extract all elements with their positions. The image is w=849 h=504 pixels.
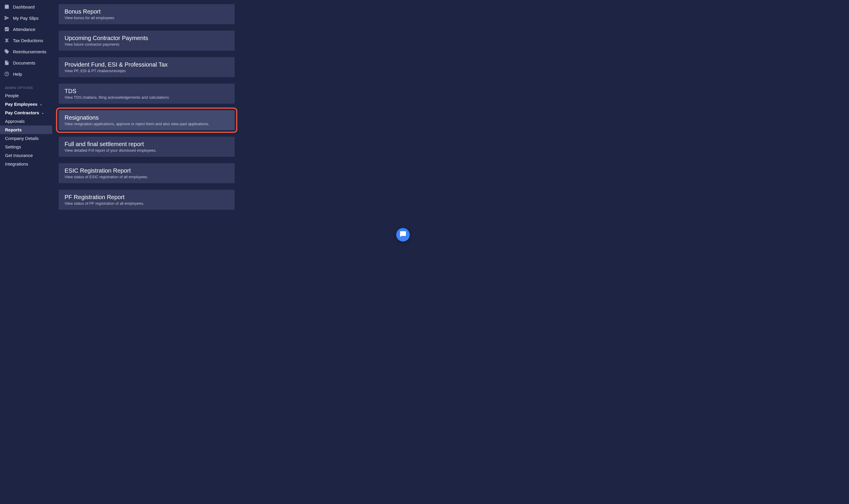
chevron-down-icon xyxy=(39,103,43,106)
nav-help[interactable]: Help xyxy=(0,68,52,79)
admin-label: People xyxy=(5,93,19,98)
admin-label: Settings xyxy=(5,144,21,149)
nav-label: Dashboard xyxy=(13,4,34,10)
chat-widget-button[interactable] xyxy=(396,228,410,241)
admin-people[interactable]: People xyxy=(0,91,52,100)
report-fnf[interactable]: Full and final settlement report View de… xyxy=(59,137,235,157)
admin-label: Pay Employees xyxy=(5,102,37,107)
report-title: Full and final settlement report xyxy=(65,141,229,148)
nav-tax-deductions[interactable]: Tax Deductions xyxy=(0,35,52,46)
nav-dashboard[interactable]: Dashboard xyxy=(0,1,52,12)
report-contractor-payments[interactable]: Upcoming Contractor Payments View future… xyxy=(59,31,235,51)
section-header-admin: ADMIN OPTIONS xyxy=(0,79,52,91)
doc-icon xyxy=(4,60,10,66)
nav-attendance[interactable]: Attendance xyxy=(0,23,52,35)
nav-label: Tax Deductions xyxy=(13,38,44,43)
nav-payslips[interactable]: My Pay Slips xyxy=(0,12,52,23)
tag-icon xyxy=(4,49,10,54)
report-desc: View detailed Fnf report of your dismiss… xyxy=(65,148,229,152)
nav-reimbursements[interactable]: Reimbursements xyxy=(0,46,52,57)
nav-label: Reimbursements xyxy=(13,49,46,54)
right-space xyxy=(241,0,417,248)
nav-label: Help xyxy=(13,72,22,77)
report-title: Provident Fund, ESI & Professional Tax xyxy=(65,61,229,68)
report-desc: View PF, ESI & PT challans/receipts xyxy=(65,69,229,73)
report-title: Upcoming Contractor Payments xyxy=(65,35,229,41)
report-title: Bonus Report xyxy=(65,8,229,15)
report-title: TDS xyxy=(65,88,229,94)
admin-label: Get Insurance xyxy=(5,153,33,158)
chat-icon xyxy=(399,231,406,239)
admin-label: Integrations xyxy=(5,161,28,166)
admin-integrations[interactable]: Integrations xyxy=(0,160,52,168)
report-desc: View status of PF registration of all em… xyxy=(65,201,229,205)
admin-company-details[interactable]: Company Details xyxy=(0,134,52,143)
admin-pay-employees[interactable]: Pay Employees xyxy=(0,100,52,108)
report-title: ESIC Registration Report xyxy=(65,167,229,174)
nav-label: My Pay Slips xyxy=(13,16,39,21)
report-desc: View TDS challans, filing acknowledgemen… xyxy=(65,95,229,100)
report-bonus[interactable]: Bonus Report View bonus for all employee… xyxy=(59,4,235,24)
nav-label: Attendance xyxy=(13,27,35,32)
admin-label: Pay Contractors xyxy=(5,110,39,115)
report-resignations[interactable]: Resignations View resignation applicatio… xyxy=(59,110,235,130)
report-pf-registration[interactable]: PF Registration Report View status of PF… xyxy=(59,190,235,210)
report-tds[interactable]: TDS View TDS challans, filing acknowledg… xyxy=(59,84,235,104)
report-esic-registration[interactable]: ESIC Registration Report View status of … xyxy=(59,163,235,183)
report-title: Resignations xyxy=(65,114,229,121)
admin-reports[interactable]: Reports xyxy=(0,125,52,134)
clipboard-icon xyxy=(4,4,10,10)
admin-get-insurance[interactable]: Get Insurance xyxy=(0,151,52,160)
report-desc: View future contractor payments xyxy=(65,42,229,47)
chevron-down-icon xyxy=(41,111,45,114)
report-pf-esi-pt[interactable]: Provident Fund, ESI & Professional Tax V… xyxy=(59,57,235,77)
sidebar: Dashboard My Pay Slips Attendance Tax De… xyxy=(0,0,52,248)
question-icon xyxy=(4,71,10,77)
nav-documents[interactable]: Documents xyxy=(0,57,52,68)
admin-approvals[interactable]: Approvals xyxy=(0,117,52,125)
admin-label: Approvals xyxy=(5,119,25,124)
report-desc: View bonus for all employees xyxy=(65,16,229,20)
report-desc: View status of ESIC registration of all … xyxy=(65,175,229,179)
report-title: PF Registration Report xyxy=(65,194,229,201)
admin-pay-contractors[interactable]: Pay Contractors xyxy=(0,108,52,117)
send-icon xyxy=(4,15,10,21)
calc-icon xyxy=(4,38,10,43)
nav-label: Documents xyxy=(13,60,35,66)
admin-settings[interactable]: Settings xyxy=(0,143,52,151)
admin-nav: People Pay Employees Pay Contractors App… xyxy=(0,91,52,168)
admin-label: Reports xyxy=(5,127,22,132)
report-desc: View resignation applications, approve o… xyxy=(65,122,229,126)
checkbox-icon xyxy=(4,26,10,32)
admin-label: Company Details xyxy=(5,136,39,141)
main-content: Bonus Report View bonus for all employee… xyxy=(52,0,241,248)
